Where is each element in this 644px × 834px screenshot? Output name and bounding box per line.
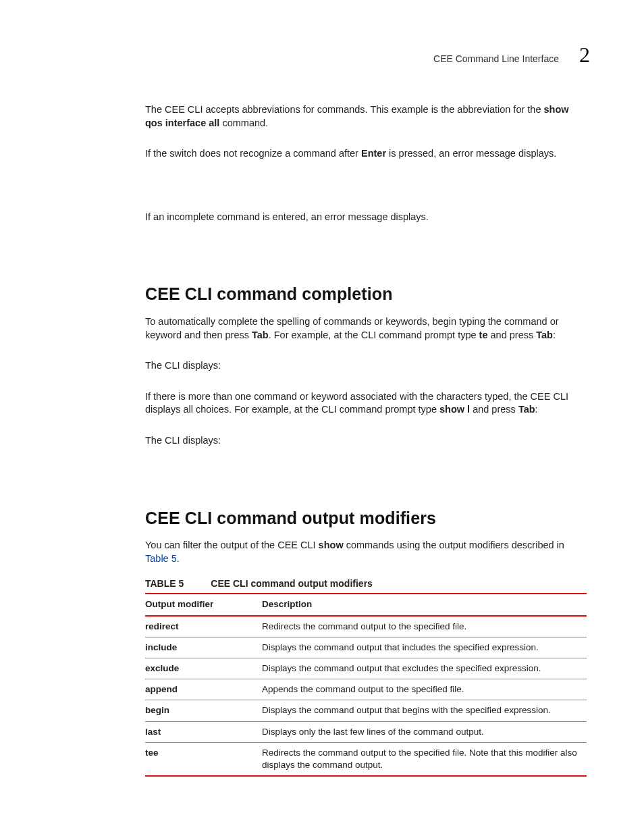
modifier-description: Displays the command output that include… (262, 637, 587, 658)
section-heading: CEE CLI command completion (145, 283, 587, 306)
header-title: CEE Command Line Interface (433, 53, 559, 66)
key-name: Enter (361, 148, 386, 159)
table-label: TABLE 5 (145, 578, 184, 589)
text-run: . For example, at the CLI command prompt… (269, 330, 479, 340)
section-heading: CEE CLI command output modifiers (145, 507, 587, 530)
modifiers-table: Output modifier Description redirectRedi… (145, 593, 587, 777)
modifier-name: include (145, 637, 262, 658)
table-title: CEE CLI command output modifiers (211, 578, 373, 589)
modifier-name: append (145, 679, 262, 700)
modifier-name: begin (145, 700, 262, 721)
table-row: excludeDisplays the command output that … (145, 658, 587, 679)
text-run: : (553, 330, 556, 340)
modifier-description: Displays the command output that exclude… (262, 658, 587, 679)
text-run: The CEE CLI accepts abbreviations for co… (145, 104, 544, 115)
text-run: If the switch does not recognize a comma… (145, 148, 361, 159)
modifier-name: exclude (145, 658, 262, 679)
table-row: appendAppends the command output to the … (145, 679, 587, 700)
modifier-description: Displays the command output that begins … (262, 700, 587, 721)
body-text: The CLI displays: (145, 434, 587, 448)
modifier-description: Redirects the command output to the spec… (262, 616, 587, 637)
modifier-name: redirect (145, 616, 262, 637)
page-header: CEE Command Line Interface 2 (51, 41, 590, 70)
chapter-number: 2 (579, 41, 590, 70)
command-text: show l (439, 404, 470, 415)
modifier-name: last (145, 721, 262, 742)
table-row: includeDisplays the command output that … (145, 637, 587, 658)
body-text: The CEE CLI accepts abbreviations for co… (145, 103, 587, 130)
text-run: command. (219, 118, 268, 128)
body-text: You can filter the output of the CEE CLI… (145, 539, 587, 565)
table-header-cell: Output modifier (145, 594, 262, 615)
key-name: Tab (252, 330, 269, 340)
body-text: If the switch does not recognize a comma… (145, 147, 587, 161)
table-row: teeRedirects the command output to the s… (145, 742, 587, 776)
command-text: te (479, 330, 488, 340)
table-reference-link[interactable]: Table 5 (145, 553, 177, 564)
text-run: You can filter the output of the CEE CLI (145, 540, 319, 550)
key-name: Tab (536, 330, 553, 340)
modifier-name: tee (145, 742, 262, 776)
key-name: Tab (518, 404, 535, 415)
body-text: To automatically complete the spelling o… (145, 315, 587, 342)
table-caption: TABLE 5CEE CLI command output modifiers (145, 577, 587, 590)
body-text: If there is more than one command or key… (145, 390, 587, 417)
table-row: lastDisplays only the last few lines of … (145, 721, 587, 742)
modifier-description: Appends the command output to the specif… (262, 679, 587, 700)
text-run: and press (487, 330, 536, 340)
command-text: show (319, 540, 344, 550)
modifier-description: Redirects the command output to the spec… (262, 742, 587, 776)
table-row: beginDisplays the command output that be… (145, 700, 587, 721)
text-run: commands using the output modifiers desc… (344, 540, 564, 550)
table-row: redirectRedirects the command output to … (145, 616, 587, 637)
text-run: is pressed, an error message displays. (386, 148, 556, 159)
page-content: The CEE CLI accepts abbreviations for co… (51, 103, 593, 777)
text-run: : (535, 404, 538, 415)
modifier-description: Displays only the last few lines of the … (262, 721, 587, 742)
body-text: If an incomplete command is entered, an … (145, 211, 587, 224)
table-header-cell: Description (262, 594, 587, 615)
text-run: and press (470, 404, 518, 415)
text-run: . (177, 553, 180, 564)
body-text: The CLI displays: (145, 359, 587, 373)
